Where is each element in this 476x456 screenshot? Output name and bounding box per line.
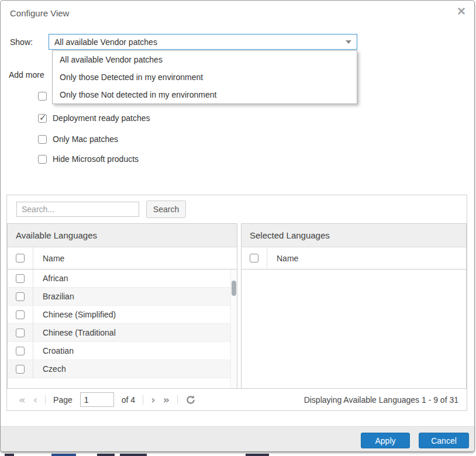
separator (143, 395, 143, 405)
last-page-icon[interactable]: » (163, 395, 170, 405)
name-column-header[interactable]: Name (33, 254, 64, 263)
row-checkbox-cell (8, 324, 33, 341)
language-name: Brazilian (33, 292, 74, 301)
next-page-icon[interactable]: › (151, 395, 155, 405)
show-dropdown-value: All available Vendor patches (54, 37, 157, 47)
select-all-cell (8, 247, 33, 269)
first-page-icon[interactable]: « (19, 395, 26, 405)
language-row[interactable]: African (8, 270, 237, 288)
row-checkbox[interactable] (16, 347, 25, 355)
checkbox-only-mac[interactable] (38, 135, 47, 144)
row-checkbox[interactable] (16, 292, 25, 301)
select-all-cell (242, 247, 267, 269)
configure-view-dialog: Configure View × Show: All available Ven… (0, 0, 475, 452)
select-all-checkbox[interactable] (250, 254, 258, 262)
filter-checkbox-row: Only Mac patches (38, 134, 118, 144)
search-input[interactable] (16, 202, 139, 217)
apply-button[interactable]: Apply (361, 433, 410, 448)
add-more-label: Add more (9, 70, 44, 80)
available-column-header: Name (8, 247, 237, 270)
row-checkbox-cell (8, 360, 33, 378)
scrollbar-thumb[interactable] (232, 281, 236, 296)
row-checkbox-cell (8, 288, 33, 305)
dialog-title: Configure View (10, 8, 69, 18)
row-checkbox[interactable] (16, 329, 25, 337)
page-count-label: of 4 (122, 395, 135, 405)
row-checkbox-cell (8, 270, 33, 287)
pagination-status: Displaying Available Languages 1 - 9 of … (304, 395, 467, 405)
language-row[interactable]: Chinese (Traditional (8, 324, 237, 342)
page-label: Page (53, 395, 73, 405)
language-row[interactable]: Brazilian (8, 288, 237, 306)
filter-checkbox-row: Hide Microsoft products (38, 154, 139, 164)
separator (45, 395, 46, 405)
dropdown-option-detected[interactable]: Only those Detected in my environment (53, 68, 357, 86)
background-page-fragment (120, 454, 147, 456)
prev-page-icon[interactable]: ‹ (33, 395, 37, 405)
chevron-down-icon[interactable] (346, 40, 351, 44)
language-name: Croatian (33, 346, 74, 355)
dialog-footer: Apply Cancel (1, 426, 474, 451)
language-name: Chinese (Simplified) (33, 310, 116, 319)
show-label: Show: (10, 37, 33, 47)
background-page-fragment (5, 454, 14, 456)
row-checkbox[interactable] (16, 310, 25, 319)
available-languages-panel: Available Languages Name African Brazili… (7, 223, 237, 388)
available-languages-title: Available Languages (8, 224, 237, 247)
background-page-fragment (246, 454, 269, 456)
checkbox-deployment-ready[interactable]: ✓ (38, 114, 47, 123)
row-checkbox[interactable] (16, 365, 25, 374)
cancel-button[interactable]: Cancel (419, 433, 469, 448)
selected-languages-title: Selected Languages (242, 224, 466, 247)
checkbox-hidden-option[interactable] (38, 92, 47, 101)
separator (177, 395, 178, 405)
scrollbar[interactable] (230, 270, 237, 388)
filter-checkbox-row: ✓ Deployment ready patches (38, 113, 150, 123)
language-name: Czech (33, 364, 66, 374)
search-button[interactable]: Search (146, 201, 186, 218)
language-row[interactable]: Czech (8, 360, 237, 378)
pagination-bar: « ‹ Page of 4 › » Displaying Available L… (7, 388, 467, 410)
filter-checkbox-row (38, 92, 53, 101)
show-dropdown-menu: All available Vendor patches Only those … (52, 50, 357, 104)
close-icon[interactable]: × (457, 4, 465, 18)
dropdown-option-all[interactable]: All available Vendor patches (53, 51, 357, 68)
background-page-fragment (51, 454, 76, 456)
show-dropdown[interactable]: All available Vendor patches (49, 34, 357, 50)
checkbox-hide-microsoft[interactable] (38, 155, 47, 164)
select-all-checkbox[interactable] (16, 254, 25, 262)
checkbox-label: Deployment ready patches (53, 113, 150, 123)
language-name: Chinese (Traditional (33, 328, 116, 337)
check-icon: ✓ (39, 112, 47, 123)
selected-column-header: Name (242, 247, 466, 270)
row-checkbox[interactable] (16, 274, 25, 283)
checkbox-label: Only Mac patches (53, 134, 118, 144)
selected-languages-panel: Selected Languages Name (241, 223, 467, 388)
language-grids: Available Languages Name African Brazili… (7, 223, 467, 388)
language-row[interactable]: Croatian (8, 342, 237, 360)
language-row[interactable]: Chinese (Simplified) (8, 306, 237, 324)
refresh-icon[interactable] (185, 395, 196, 405)
row-checkbox-cell (8, 342, 33, 360)
checkbox-label: Hide Microsoft products (53, 154, 139, 164)
dropdown-option-not-detected[interactable]: Only those Not detected in my environmen… (53, 86, 357, 103)
language-name: African (33, 274, 68, 283)
row-checkbox-cell (8, 306, 33, 323)
page-number-input[interactable] (80, 392, 114, 407)
name-column-header[interactable]: Name (267, 254, 298, 263)
background-page-fragment (97, 454, 115, 456)
language-picker-panel: Search Available Languages Name African … (6, 195, 467, 411)
